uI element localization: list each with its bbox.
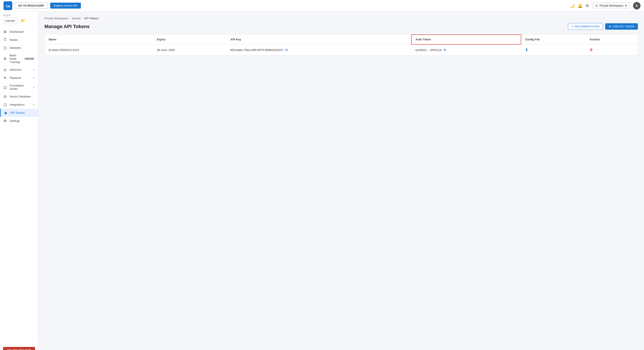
dropdown-arrow-icon: ▾	[14, 19, 15, 22]
pipelines-icon: ⁕	[4, 76, 8, 80]
create-label: CREATE TOKEN	[612, 25, 634, 28]
sidebar-item-pipelines[interactable]: ⁕ Pipelines ∨	[0, 74, 38, 82]
nav-list: ⊞ Dashboard 🗒 Nodes ◫ Datasets ⚙ Multi-N…	[0, 26, 38, 344]
delete-project-button[interactable]: DELETE PROJECT	[3, 347, 35, 350]
sidebar-label-integrations: Integrations	[10, 103, 24, 106]
token-name: tir-token-062815111313	[45, 44, 153, 56]
sidebar-label-inference: Inference	[10, 68, 22, 71]
foundation-icon: ◫	[4, 85, 8, 89]
add-folder-icon[interactable]: 📁	[20, 19, 25, 23]
auth-token-value: eyJhbGc.....WHCL0c	[416, 48, 442, 52]
breadcrumb: Private Workspace › tutorial › API Token…	[44, 17, 638, 20]
tokens-table-container: Name Expiry API Key Auth Token Config Fi…	[44, 34, 638, 56]
table-row: tir-token-062815111313 28 June, 2025 961…	[45, 44, 638, 56]
col-name: Name	[45, 35, 153, 44]
go-to-myaccount-button[interactable]: GO TO MYACCOUNT	[15, 3, 48, 9]
app-header: TIR GO TO MYACCOUNT Explore GenAI API 🌙 …	[0, 0, 644, 12]
project-name: tutorial	[6, 19, 14, 22]
breadcrumb-project[interactable]: tutorial	[72, 17, 80, 20]
page-header: Manage API Tokens ≡ DOCUMENTATION ⊕ CREA…	[44, 23, 638, 30]
token-auth: eyJhbGc.....WHCL0c ⧉	[412, 44, 521, 56]
page-actions: ≡ DOCUMENTATION ⊕ CREATE TOKEN	[568, 23, 638, 30]
settings-nav-icon: ⚙	[4, 119, 8, 123]
sidebar-item-foundation[interactable]: ◫ Foundation Studio ∨	[0, 82, 38, 92]
main-content: Private Workspace › tutorial › API Token…	[38, 12, 644, 350]
project-dropdown[interactable]: tutorial ▾	[3, 18, 18, 24]
sidebar: Project tutorial ▾ 📁 ⊞ Dashboard 🗒 Nodes…	[0, 12, 38, 350]
col-expiry: Expiry	[153, 35, 226, 44]
app-body: Project tutorial ▾ 📁 ⊞ Dashboard 🗒 Nodes…	[0, 12, 644, 350]
copy-api-key-icon[interactable]: ⧉	[286, 48, 288, 52]
datasets-icon: ◫	[4, 46, 8, 50]
page-title: Manage API Tokens	[44, 24, 90, 30]
sidebar-label-api-tokens: API Tokens	[10, 111, 25, 114]
col-config-file: Config File	[521, 35, 586, 44]
documentation-button[interactable]: ≡ DOCUMENTATION	[568, 23, 603, 30]
inference-arrow-icon: ∨	[33, 68, 35, 71]
integrations-icon: ◫	[4, 103, 8, 107]
sidebar-label-foundation: Foundation Studio	[10, 84, 31, 90]
docs-label: DOCUMENTATION	[574, 25, 599, 28]
multi-node-icon: ⚙	[4, 57, 8, 61]
sidebar-label-settings: Settings	[10, 119, 20, 122]
explore-genai-button[interactable]: Explore GenAI API	[50, 3, 81, 9]
project-row: tutorial ▾ 📁	[3, 18, 35, 24]
dashboard-icon: ⊞	[4, 30, 8, 34]
breadcrumb-workspace[interactable]: Private Workspace	[44, 17, 68, 20]
api-key-cell: 961cdabe-75ba-42f9-9070-8998dc52a37c ⧉	[230, 48, 408, 52]
sidebar-label-dashboard: Dashboard	[10, 30, 24, 33]
sidebar-label-vector-db: Vector Database	[10, 95, 31, 98]
delete-token-icon[interactable]: 🗑	[590, 48, 593, 52]
api-tokens-icon: ◉	[4, 111, 8, 115]
col-api-key: API Key	[226, 35, 412, 44]
inference-icon: ◎	[4, 68, 8, 72]
logo-icon: TIR	[4, 1, 12, 10]
sidebar-item-multi-node[interactable]: ⚙ Multi-Node Training Internal	[0, 52, 38, 66]
chevron-down-icon: ▾	[625, 4, 627, 7]
col-auth-token: Auth Token	[412, 35, 521, 44]
docs-icon: ≡	[572, 25, 574, 28]
sidebar-label-pipelines: Pipelines	[10, 76, 21, 79]
download-config-icon[interactable]: ⬇	[525, 48, 528, 52]
integrations-arrow-icon: ∨	[33, 103, 35, 106]
api-key-value: 961cdabe-75ba-42f9-9070-8998dc52a37c	[230, 48, 284, 52]
project-selector: Project tutorial ▾ 📁	[0, 12, 38, 26]
header-right: 🌙 🔔 ⚙ ⊙ Private Workspace ▾ A	[570, 2, 640, 10]
notifications-icon[interactable]: 🔔	[578, 3, 582, 8]
foundation-arrow-icon: ∨	[33, 86, 35, 89]
breadcrumb-sep-1: ›	[70, 17, 70, 20]
sidebar-item-integrations[interactable]: ◫ Integrations ∨	[0, 101, 38, 109]
sidebar-item-dashboard[interactable]: ⊞ Dashboard	[0, 28, 38, 36]
token-expiry: 28 June, 2025	[153, 44, 226, 56]
sidebar-item-inference[interactable]: ◎ Inference ∨	[0, 66, 38, 74]
token-config: ⬇	[521, 44, 586, 56]
sidebar-item-settings[interactable]: ⚙ Settings	[0, 117, 38, 125]
workspace-label: Private Workspace	[600, 4, 624, 7]
token-actions: 🗑	[586, 44, 638, 56]
sidebar-label-multi-node: Multi-Node Training	[10, 54, 21, 64]
sidebar-bottom: DELETE PROJECT « COLLAPSE SIDEBAR	[0, 344, 38, 350]
auth-token-cell: eyJhbGc.....WHCL0c ⧉	[416, 48, 517, 52]
vector-db-icon: ⁂	[4, 94, 8, 99]
settings-icon[interactable]: ⚙	[586, 3, 589, 8]
copy-auth-token-icon[interactable]: ⧉	[444, 48, 446, 52]
svg-text:TIR: TIR	[6, 5, 10, 8]
tokens-table: Name Expiry API Key Auth Token Config Fi…	[45, 35, 638, 55]
sidebar-item-datasets[interactable]: ◫ Datasets	[0, 44, 38, 52]
sidebar-item-vector-database[interactable]: ⁂ Vector Database	[0, 92, 38, 101]
workspace-icon: ⊙	[595, 4, 598, 7]
project-label: Project	[3, 14, 35, 17]
sidebar-label-datasets: Datasets	[10, 46, 21, 49]
nodes-icon: 🗒	[4, 38, 8, 42]
dark-mode-icon[interactable]: 🌙	[570, 3, 574, 8]
sidebar-item-api-tokens[interactable]: ◉ API Tokens	[0, 109, 38, 117]
table-header-row: Name Expiry API Key Auth Token Config Fi…	[45, 35, 638, 44]
pipelines-arrow-icon: ∨	[33, 76, 35, 79]
token-api-key: 961cdabe-75ba-42f9-9070-8998dc52a37c ⧉	[226, 44, 412, 56]
header-left: TIR GO TO MYACCOUNT Explore GenAI API	[4, 1, 81, 10]
avatar[interactable]: A	[633, 2, 640, 10]
sidebar-item-nodes[interactable]: 🗒 Nodes	[0, 36, 38, 44]
internal-badge: Internal	[24, 57, 35, 60]
create-token-button[interactable]: ⊕ CREATE TOKEN	[605, 23, 638, 30]
workspace-selector[interactable]: ⊙ Private Workspace ▾	[592, 3, 630, 9]
